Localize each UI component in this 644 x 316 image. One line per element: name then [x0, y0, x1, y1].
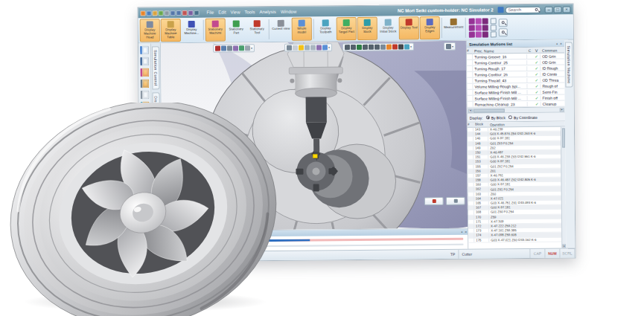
- analysis-icon-5[interactable]: [476, 25, 482, 30]
- search-input[interactable]: Search: [506, 6, 541, 13]
- ribbon-button-display-toolpath[interactable]: Display Toolpath: [316, 17, 336, 40]
- to-end-icon[interactable]: [374, 45, 380, 50]
- print-icon[interactable]: [165, 10, 170, 16]
- settings-icon[interactable]: [194, 10, 200, 15]
- block-number: 164: [474, 196, 489, 200]
- stock-compare-icon[interactable]: [398, 44, 404, 49]
- ribbon-button-display-machine-head[interactable]: Display Machine Head: [140, 19, 160, 42]
- pin-icon[interactable]: ▪: [461, 230, 462, 234]
- zoom-region-icon[interactable]: [227, 45, 232, 51]
- report-icon[interactable]: [491, 25, 497, 30]
- analysis-icon-9[interactable]: [482, 31, 488, 37]
- block-row-index: [468, 137, 474, 141]
- dynamic-rotate-icon[interactable]: [221, 46, 226, 51]
- menu-tools[interactable]: Tools: [244, 10, 255, 14]
- pause-icon[interactable]: [380, 45, 386, 50]
- scroll-right-icon[interactable]: ►: [560, 108, 564, 112]
- tool-change-stop-button[interactable]: [424, 197, 444, 205]
- check-icon: ✓: [533, 77, 541, 82]
- report-output-button[interactable]: [446, 197, 465, 205]
- analysis-icon[interactable]: [404, 44, 409, 49]
- light-on-icon[interactable]: [299, 45, 304, 51]
- minimize-button[interactable]: –: [545, 6, 553, 13]
- analysis-icon-8[interactable]: [476, 31, 482, 37]
- analysis-icon-1[interactable]: [469, 18, 475, 24]
- ribbon-button-current-view[interactable]: Current view: [271, 18, 291, 41]
- light-off-icon[interactable]: [293, 45, 298, 51]
- ribbon-button-stationary-part[interactable]: Stationary Part: [226, 18, 246, 41]
- process-row-index: [467, 72, 473, 77]
- step-forward-icon[interactable]: [363, 45, 368, 50]
- pan-icon[interactable]: [233, 45, 238, 51]
- redo-icon[interactable]: [176, 10, 182, 16]
- ribbon-button-display-edges[interactable]: Display Edges: [420, 16, 440, 39]
- part-display-icon[interactable]: [140, 68, 149, 77]
- ribbon-button-label: Stationary Machine: [206, 28, 225, 36]
- save-icon[interactable]: [147, 10, 152, 16]
- fixture-grid-icon[interactable]: [140, 79, 149, 88]
- fit-view-icon[interactable]: [239, 45, 244, 51]
- collision-check-icon[interactable]: [386, 45, 392, 50]
- ribbon-button-display-stock[interactable]: Display Stock: [357, 17, 377, 40]
- ribbon-button-display-machine-[interactable]: Display Machine...: [182, 19, 202, 42]
- shading-icon[interactable]: [305, 45, 310, 51]
- app-icon[interactable]: [141, 10, 146, 16]
- tool-display-icon[interactable]: [140, 57, 149, 65]
- ribbon-button-stationary-tool[interactable]: Stationary Tool: [247, 18, 267, 41]
- undo-icon[interactable]: [170, 10, 176, 16]
- analysis-icon-3[interactable]: [482, 18, 488, 24]
- zoom-window-icon[interactable]: [499, 19, 508, 27]
- menu-window[interactable]: Window: [281, 10, 296, 14]
- ribbon-button-display-target-part[interactable]: Display Target Part: [337, 17, 357, 40]
- zoom-dynamic-icon[interactable]: [499, 28, 508, 36]
- view-orient-icon[interactable]: [245, 45, 250, 51]
- ribbon-button-display-tool[interactable]: Display Tool: [399, 16, 419, 39]
- export-icon[interactable]: [159, 10, 164, 16]
- close-icon[interactable]: ×: [560, 41, 562, 45]
- maximize-button[interactable]: □: [554, 6, 562, 13]
- material-icon[interactable]: [316, 45, 322, 50]
- movie-icon[interactable]: [188, 10, 194, 15]
- menu-edit[interactable]: Edit: [218, 10, 226, 15]
- gouge-check-icon[interactable]: [392, 45, 398, 50]
- block-number: 149: [474, 146, 488, 149]
- close-button[interactable]: ×: [563, 6, 571, 13]
- stock-grid-icon[interactable]: [140, 90, 149, 99]
- radio-by-block[interactable]: By Block: [486, 115, 506, 120]
- document-icon[interactable]: [491, 31, 497, 37]
- section-view-icon[interactable]: [322, 45, 328, 50]
- analysis-icon-6[interactable]: [482, 25, 488, 30]
- process-row[interactable]: Remachine-Cleanup_23✓Cleanup: [468, 101, 565, 108]
- ribbon-button-stationary-machine[interactable]: Stationary Machine: [205, 19, 226, 42]
- ribbon-button-whole-model[interactable]: Whole model: [292, 18, 312, 41]
- close-icon[interactable]: ×: [465, 230, 467, 234]
- capture-icon[interactable]: [182, 10, 188, 15]
- ribbon-button-display-initial-stock[interactable]: Display Initial Stock: [378, 17, 398, 40]
- analysis-icon-4[interactable]: [469, 25, 475, 30]
- transparency-icon[interactable]: [310, 45, 316, 50]
- panel-toggle-icon[interactable]: [446, 44, 451, 49]
- menu-view[interactable]: View: [231, 10, 240, 14]
- pick-point-icon[interactable]: [287, 45, 292, 51]
- step-back-icon[interactable]: [351, 45, 356, 50]
- block-row[interactable]: 175G03 X-47.021 Z60 I243.162 K-6: [468, 237, 566, 242]
- tab-simulation-control[interactable]: Simulation Control: [152, 46, 160, 89]
- menu-file[interactable]: File: [207, 10, 214, 15]
- rewind-icon[interactable]: [345, 45, 350, 50]
- scroll-left-icon[interactable]: ◄: [468, 109, 473, 112]
- play-icon[interactable]: [357, 45, 362, 50]
- ribbon-button-measurement[interactable]: Measurement: [444, 16, 464, 39]
- menu-analysis[interactable]: Analysis: [259, 10, 275, 14]
- machine-parts-icon[interactable]: [140, 45, 149, 54]
- scroll-thumb[interactable]: [474, 109, 505, 112]
- radio-by-coordinate[interactable]: By Coordinate: [508, 115, 538, 119]
- tab-simulation-machine[interactable]: Simulation Machine: [565, 42, 573, 87]
- analysis-icon-2[interactable]: [476, 18, 482, 24]
- fast-forward-icon[interactable]: [369, 45, 374, 50]
- analysis-sphere-icon[interactable]: [491, 18, 497, 24]
- pin-icon[interactable]: ▪: [556, 41, 558, 45]
- select-icon[interactable]: [215, 46, 220, 51]
- open-folder-icon[interactable]: [153, 10, 158, 16]
- ribbon-button-display-machine-table[interactable]: Display Machine Table: [161, 19, 181, 42]
- analysis-icon-7[interactable]: [469, 31, 475, 37]
